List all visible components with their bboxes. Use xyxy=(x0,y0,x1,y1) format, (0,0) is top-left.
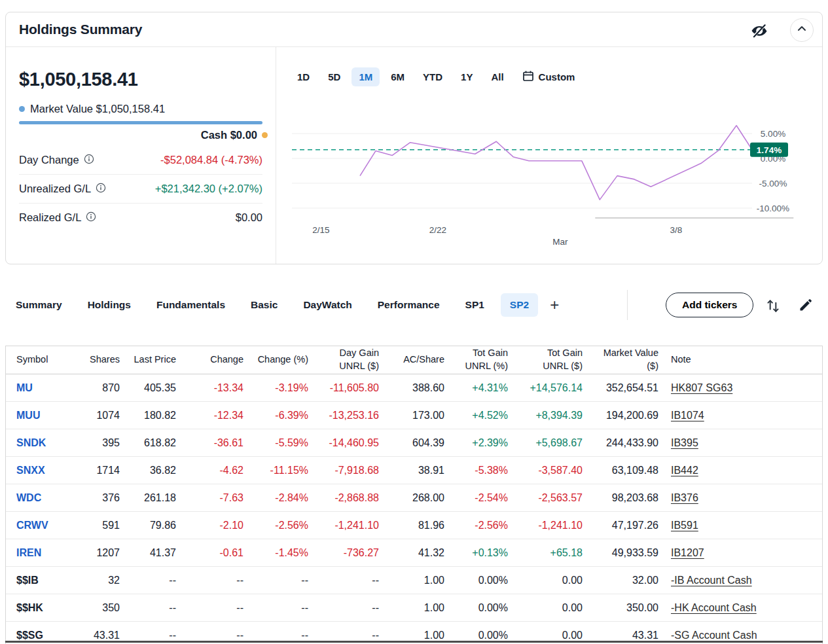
performance-chart[interactable]: 5.00%0.00%-5.00%-10.00%2/152/223/8Mar1.7… xyxy=(292,109,822,260)
svg-text:-5.00%: -5.00% xyxy=(759,179,787,188)
note-link[interactable]: HK807 SG63 xyxy=(671,382,732,393)
symbol-link[interactable]: SNXX xyxy=(16,465,45,476)
cell-value: 1207 xyxy=(96,547,120,558)
col-tot-gain: Tot Gain UNRL (%) xyxy=(450,346,513,374)
cell-value: 0.00% xyxy=(478,575,508,586)
info-icon[interactable] xyxy=(96,183,106,196)
symbol-link[interactable]: MUU xyxy=(16,410,40,421)
tab-basic[interactable]: Basic xyxy=(251,299,278,311)
cell-value: -2,563.57 xyxy=(538,492,583,503)
edit-button[interactable] xyxy=(798,297,814,313)
cell-value: -- xyxy=(169,575,176,586)
range-ytd[interactable]: YTD xyxy=(423,71,442,82)
range-1m[interactable]: 1M xyxy=(351,67,380,86)
tab-sp1[interactable]: SP1 xyxy=(465,299,484,311)
range-6m[interactable]: 6M xyxy=(391,71,405,82)
svg-text:5.00%: 5.00% xyxy=(761,129,785,139)
tab-fundamentals[interactable]: Fundamentals xyxy=(156,299,225,311)
cell-value: 194,200.69 xyxy=(606,410,658,421)
note-link[interactable]: IB1074 xyxy=(671,410,704,421)
divider xyxy=(627,290,628,320)
range-5d[interactable]: 5D xyxy=(328,71,340,82)
cell-value: 36.82 xyxy=(150,465,176,476)
add-tab-button[interactable]: + xyxy=(550,297,559,313)
cell-value: 0.00% xyxy=(478,630,508,641)
tab-performance[interactable]: Performance xyxy=(378,299,440,311)
page-title: Holdings Summary xyxy=(19,22,142,37)
cell-value: 173.00 xyxy=(412,410,444,421)
svg-text:1.74%: 1.74% xyxy=(757,145,782,155)
cell-value: -1.45% xyxy=(275,547,308,558)
note-link[interactable]: IB591 xyxy=(671,520,698,531)
range-all[interactable]: All xyxy=(491,71,503,82)
info-icon[interactable] xyxy=(86,211,96,224)
cell-value: 350 xyxy=(102,602,120,613)
tab-daywatch[interactable]: DayWatch xyxy=(303,299,351,311)
cell-value: -13,253.16 xyxy=(329,410,379,421)
holdings-table: SymbolSharesLast PriceChangeChange (%)Da… xyxy=(5,346,823,644)
cell-value: +0.13% xyxy=(472,547,508,558)
cash-dot-icon xyxy=(262,132,268,138)
cell-value: -- xyxy=(301,602,308,613)
cell-value: 49,933.59 xyxy=(612,547,658,558)
cell-value: 43.31 xyxy=(632,630,658,641)
hide-values-button[interactable] xyxy=(751,22,768,39)
cash-label: Cash $0.00 xyxy=(201,129,257,141)
symbol-link[interactable]: MU xyxy=(16,382,33,393)
col-market-value: Market Value ($) xyxy=(588,346,664,374)
symbol-link: $$HK xyxy=(16,602,43,613)
cell-value: 180.82 xyxy=(144,410,176,421)
cell-value: -3.19% xyxy=(275,382,308,393)
range-1d[interactable]: 1D xyxy=(297,71,310,82)
add-tickers-button[interactable]: Add tickers xyxy=(666,293,753,317)
tab-sp2[interactable]: SP2 xyxy=(501,293,538,317)
range-1y[interactable]: 1Y xyxy=(461,71,473,82)
market-value-dot-icon xyxy=(19,106,25,112)
cell-value: -36.61 xyxy=(214,437,243,448)
cell-value: 870 xyxy=(102,382,120,393)
note-link[interactable]: IB442 xyxy=(671,465,698,476)
col-day-gain: Day Gain UNRL ($) xyxy=(314,346,384,374)
cell-value: -736.27 xyxy=(344,547,379,558)
cell-value: 376 xyxy=(102,492,120,503)
symbol-link[interactable]: IREN xyxy=(16,547,41,558)
cell-value: -7.63 xyxy=(220,492,243,503)
cell-value: -5.59% xyxy=(275,437,308,448)
tabs: SummaryHoldingsFundamentalsBasicDayWatch… xyxy=(16,299,529,311)
note-link[interactable]: -HK Account Cash xyxy=(671,602,757,613)
table-header-row: SymbolSharesLast PriceChangeChange (%)Da… xyxy=(6,346,822,374)
cell-value: -- xyxy=(169,602,176,613)
cell-value: 41.32 xyxy=(418,547,444,558)
range-custom[interactable]: Custom xyxy=(522,70,575,84)
collapse-card-button[interactable] xyxy=(790,18,814,42)
cell-value: -- xyxy=(236,602,243,613)
cell-value: 405.35 xyxy=(144,382,176,393)
symbol-link[interactable]: CRWV xyxy=(16,520,48,531)
symbol-link[interactable]: SNDK xyxy=(16,437,46,448)
info-icon[interactable] xyxy=(84,154,94,167)
note-link[interactable]: IB376 xyxy=(671,492,698,503)
sort-button[interactable] xyxy=(765,297,782,314)
tab-holdings[interactable]: Holdings xyxy=(88,299,131,311)
symbol-link[interactable]: WDC xyxy=(16,492,41,503)
cell-value: -- xyxy=(301,630,308,641)
table-row: MU870405.35-13.34-3.19%-11,605.80388.60+… xyxy=(6,374,822,402)
summary-row-unrealized-g-l: Unrealized G/L+$21,342.30 (+2.07%) xyxy=(19,174,262,203)
cell-value: 1074 xyxy=(96,410,120,421)
summary-row-realized-g-l: Realized G/L$0.00 xyxy=(19,203,262,232)
note-link[interactable]: -IB Account Cash xyxy=(671,575,752,586)
note-link[interactable]: -SG Account Cash xyxy=(671,630,757,641)
symbol-link: $$SG xyxy=(16,630,43,641)
divider xyxy=(6,46,822,47)
market-value-legend: Market Value $1,050,158.41 xyxy=(19,103,165,115)
note-link[interactable]: IB395 xyxy=(671,437,698,448)
watchlist-tabs-row: SummaryHoldingsFundamentalsBasicDayWatch… xyxy=(0,288,828,322)
table-body: MU870405.35-13.34-3.19%-11,605.80388.60+… xyxy=(6,374,822,644)
horizontal-scrollbar[interactable] xyxy=(5,641,823,643)
cell-value: -5.38% xyxy=(475,465,508,476)
cell-value: 0.00 xyxy=(562,575,583,586)
note-link[interactable]: IB1207 xyxy=(671,547,704,558)
tab-summary[interactable]: Summary xyxy=(16,299,62,311)
cell-value: -- xyxy=(169,630,176,641)
cell-value: 1.00 xyxy=(424,630,444,641)
